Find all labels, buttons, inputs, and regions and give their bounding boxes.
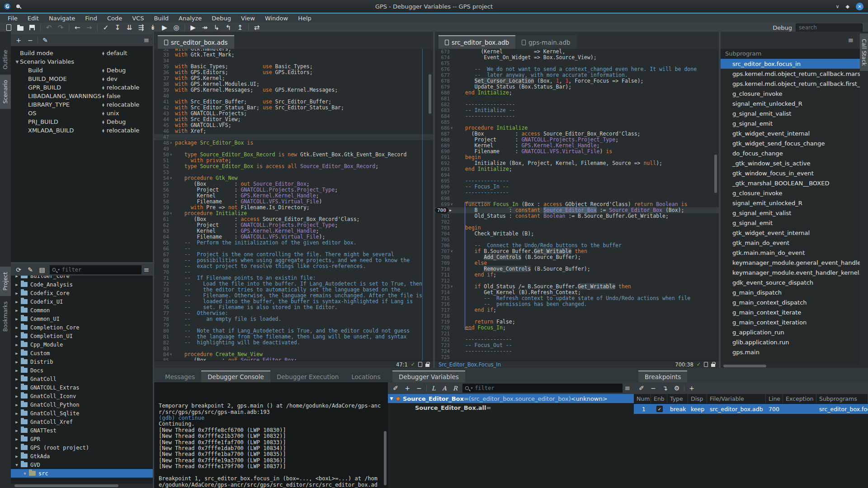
call-stack-frame[interactable]: gps.kernel.mdi.object_return_callback.ma… xyxy=(721,69,860,79)
tree-item-gnattest[interactable]: ▶GNATTest xyxy=(11,426,153,435)
filter-dropdown-icon[interactable]: ▾ xyxy=(471,386,473,390)
editor-tab-gps-main.adb[interactable]: gps-main.adb xyxy=(515,35,576,49)
scenario-row[interactable]: OS▲▼unix xyxy=(11,109,153,117)
tree-item-gnatcoll-iconv[interactable]: ▶GnatColl_Iconv xyxy=(11,392,153,400)
global-search-input[interactable] xyxy=(796,23,863,32)
value-spinner-icon[interactable]: ▲▼ xyxy=(102,77,104,81)
scenario-row[interactable]: LIBRARY_TYPE▲▼relocatable xyxy=(11,100,153,109)
bp-col-exception[interactable]: Exception xyxy=(783,394,816,404)
document-icon[interactable] xyxy=(418,362,422,367)
remove-icon[interactable]: − xyxy=(24,35,36,45)
call-stack-frame[interactable]: _gtk_marshal_BOOLEAN__BOXED xyxy=(721,178,860,188)
edit-icon[interactable]: ✎ xyxy=(39,35,51,45)
menu-build[interactable]: Build xyxy=(149,14,174,23)
view-tab-outline[interactable]: Outline xyxy=(0,44,11,75)
call-stack-frame[interactable]: keymanager_module.general_event_handler xyxy=(721,258,860,267)
menu-vcs[interactable]: VCS xyxy=(127,14,149,23)
menu-help[interactable]: Help xyxy=(293,14,316,23)
tree-item-builder-core[interactable]: ▶Builder_Core xyxy=(11,276,153,280)
custom-build-icon[interactable]: ↡ xyxy=(147,23,159,32)
tree-item-gnatcoll-python[interactable]: ▶GnatColl_Python xyxy=(11,400,153,409)
lock-icon[interactable] xyxy=(425,364,429,367)
value-spinner-icon[interactable]: ▲▼ xyxy=(102,69,104,72)
install-icon[interactable]: ↧ xyxy=(112,23,123,32)
project-hscrollbar[interactable] xyxy=(11,483,153,488)
remove-icon[interactable]: − xyxy=(647,383,659,393)
save-icon[interactable] xyxy=(26,23,38,32)
clear-icon[interactable]: ✐ xyxy=(390,383,401,393)
menu-analyze[interactable]: Analyze xyxy=(174,14,207,23)
scenario-row[interactable]: BUILD_MODE▲▼dev xyxy=(11,75,153,83)
close-button[interactable]: ✕ xyxy=(856,3,863,10)
arguments-button[interactable]: A xyxy=(439,385,450,392)
scenario-row[interactable]: GPR_BUILD▲▼relocatable xyxy=(11,83,153,92)
call-stack-frame[interactable]: gps.main xyxy=(721,347,860,357)
document-icon[interactable] xyxy=(704,362,708,367)
call-stack-frame[interactable]: src_editor_box.focus_in xyxy=(721,59,860,69)
tree-item-completion-ui[interactable]: ▶Completion_UI xyxy=(11,332,153,340)
variables-filter-input[interactable] xyxy=(475,385,620,391)
tree-item-gtkada[interactable]: ▶GtkAda xyxy=(11,452,153,460)
scenario-row[interactable]: LIBADALANG_WARNINGS▲▼false xyxy=(11,92,153,100)
tree-item-distrib[interactable]: ▶Distrib xyxy=(11,357,153,366)
minimize-button[interactable]: ∨ xyxy=(835,4,839,9)
console-vscrollbar[interactable] xyxy=(383,383,387,487)
filter-dropdown-icon[interactable]: ▾ xyxy=(58,268,60,272)
tree-item-codefix-ui[interactable]: ▶Codefix_UI xyxy=(11,297,153,306)
flat-view-icon[interactable]: ▤ xyxy=(36,265,48,275)
scenario-row[interactable]: Build▲▼Debug xyxy=(11,66,153,75)
value-spinner-icon[interactable]: ▲▼ xyxy=(102,86,104,89)
run-main-icon[interactable]: ▶ xyxy=(159,23,170,32)
value-spinner-icon[interactable]: ▲▼ xyxy=(102,120,104,124)
breakpoint-enabled-checkbox[interactable]: ✓ xyxy=(656,406,663,412)
call-stack-frame[interactable]: keymanager_module.event_handler_kernel.i xyxy=(721,267,860,277)
tree-item-docs[interactable]: ▶Docs xyxy=(11,366,153,375)
maximize-button[interactable]: ◆ xyxy=(846,4,849,9)
value-spinner-icon[interactable]: ▲▼ xyxy=(102,103,104,107)
scenario-row[interactable]: PRJ_BUILD▲▼Debug xyxy=(11,117,153,126)
build-main-icon[interactable]: ✓ xyxy=(100,23,112,32)
tree-item-gnatcoll-sqlite[interactable]: ▶GnatColl_Sqlite xyxy=(11,409,153,418)
call-stack-frame[interactable]: gps.kernel.mdi.object_return_callback.fi… xyxy=(721,79,860,89)
tab-debugger-execution[interactable]: Debugger Execution xyxy=(270,371,345,382)
scenario-menu-icon[interactable]: ≡ xyxy=(143,36,151,44)
goto-icon[interactable]: ↴ xyxy=(659,383,671,393)
call-stack-frame[interactable]: g_signal_emit_valist xyxy=(721,208,860,218)
call-stack-frame[interactable]: g_main_context_dispatch xyxy=(721,297,860,307)
bp-col-type[interactable]: Type xyxy=(667,394,688,404)
editor-body-vscrollbar[interactable] xyxy=(713,51,718,359)
finalize-debug-icon[interactable]: ↥ xyxy=(234,23,246,32)
project-tree[interactable]: ▶Builder_Core▶Code_Analysis▶Codefix_Core… xyxy=(11,276,153,483)
editor-tab-src_editor_box.adb[interactable]: src_editor_box.adb xyxy=(439,35,515,49)
bp-col-line[interactable]: Line xyxy=(766,394,783,404)
tree-item-common[interactable]: ▶Common xyxy=(11,306,153,314)
bp-col-disp[interactable]: Disp xyxy=(688,394,707,404)
tree-item-gnatcoll-extras[interactable]: ▶GNATCOLL_Extras xyxy=(11,383,153,392)
tree-item-src[interactable]: ▼src xyxy=(11,469,153,478)
menu-find[interactable]: Find xyxy=(80,14,102,23)
scenario-row[interactable]: XMLADA_BUILD▲▼relocatable xyxy=(11,126,153,135)
bp-col-subprograms[interactable]: Subprograms xyxy=(816,394,868,404)
menu-file[interactable]: File xyxy=(3,14,23,23)
call-stack-frame[interactable]: g_closure_invoke xyxy=(721,188,860,198)
project-filter-input[interactable] xyxy=(62,267,139,273)
menu-view[interactable]: View xyxy=(236,14,260,23)
step-out-icon[interactable]: ↰ xyxy=(222,23,234,32)
call-stack-frame[interactable]: gtk_widget_event_internal xyxy=(721,128,860,138)
call-stack-frame[interactable]: g_main_dispatch xyxy=(721,287,860,297)
bp-col-file-variable[interactable]: File/Variable xyxy=(707,394,766,404)
open-folder-icon[interactable] xyxy=(14,23,26,32)
pin-icon[interactable] xyxy=(16,5,20,8)
registers-button[interactable]: R xyxy=(450,385,461,392)
editor-spec-vscrollbar[interactable] xyxy=(428,51,432,359)
call-stack-frame[interactable]: g_main_context_iterate xyxy=(721,307,860,317)
console-output[interactable]: Temporary breakpoint 2, gps.main () at /… xyxy=(154,382,388,488)
call-stack-frame[interactable]: g_main_context_iteration xyxy=(721,317,860,327)
tree-item-gnatcoll-xref[interactable]: ▶GnatColl_Xref xyxy=(11,418,153,426)
new-file-icon[interactable] xyxy=(3,23,14,32)
call-stack-frame[interactable]: gtk.main.main_do_event xyxy=(721,248,860,258)
debug-init-icon[interactable]: ◎ xyxy=(170,23,182,32)
call-stack-frame[interactable]: gtk_widget_send_focus_change xyxy=(721,138,860,148)
menu-navigate[interactable]: Navigate xyxy=(44,14,80,23)
call-stack-frame[interactable]: g_signal_emit xyxy=(721,118,860,128)
